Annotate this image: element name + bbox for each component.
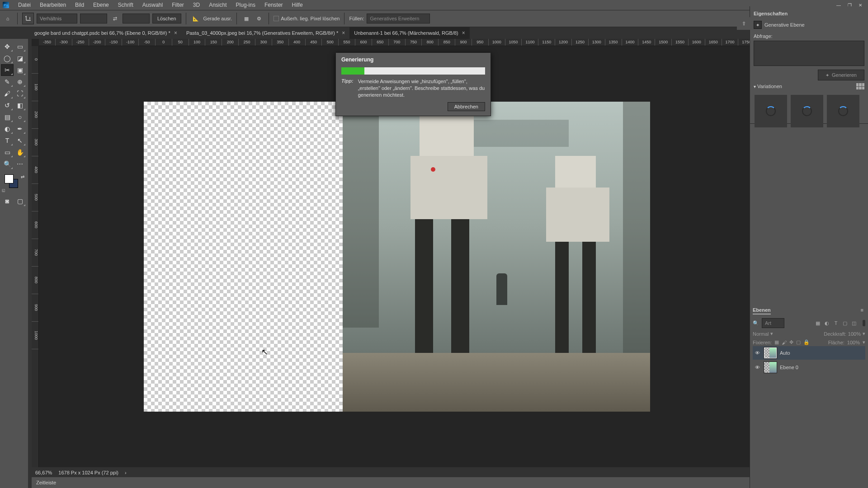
visibility-icon[interactable]: 👁	[754, 365, 761, 370]
fill-value[interactable]: 100%	[847, 340, 860, 345]
ratio-w-field[interactable]	[80, 14, 107, 23]
layer-row[interactable]: 👁 Auto	[753, 346, 865, 360]
foreground-color[interactable]	[5, 174, 14, 183]
filter-type-dropdown[interactable]: Art	[762, 318, 784, 328]
filter-smart-icon[interactable]: ◫	[850, 319, 858, 327]
opacity-value[interactable]: 100%	[848, 331, 861, 337]
menu-bearbeiten[interactable]: Bearbeiten	[35, 2, 71, 8]
menu-fenster[interactable]: Fenster	[260, 2, 288, 8]
pen-tool[interactable]: ✒	[14, 123, 26, 135]
ratio-dropdown[interactable]: Verhältnis	[37, 14, 77, 23]
timeline-panel-tab[interactable]: Zeitleiste	[32, 477, 755, 488]
zoom-tool[interactable]: 🔍	[1, 158, 14, 170]
lock-artboard-icon[interactable]: ▢	[796, 339, 801, 345]
canvas[interactable]: ↖	[144, 102, 650, 412]
history-brush-tool[interactable]: ↺	[1, 99, 14, 111]
home-icon[interactable]: ⌂	[3, 14, 13, 23]
active-tool-crop-icon[interactable]	[22, 13, 34, 24]
layer-thumb[interactable]	[764, 347, 777, 359]
close-icon[interactable]: ×	[342, 30, 345, 36]
layer-name[interactable]: Ebene 0	[780, 365, 798, 370]
dodge-tool[interactable]: ◐	[1, 123, 14, 135]
close-icon[interactable]: ×	[174, 30, 177, 36]
generate-button[interactable]: Generieren	[818, 70, 864, 80]
layer-thumb[interactable]	[764, 361, 777, 373]
menu-ansicht[interactable]: Ansicht	[204, 2, 231, 8]
doc-tab-3[interactable]: Unbenannt-1 bei 66,7% (Märchenwald, RGB/…	[349, 27, 470, 39]
prompt-label: Abfrage:	[754, 33, 864, 39]
menu-filter[interactable]: Filter	[167, 2, 189, 8]
properties-title: Eigenschaften	[754, 9, 864, 18]
filter-pixel-icon[interactable]: ▦	[814, 319, 822, 327]
color-swatch[interactable]: ⇄ ◱	[1, 174, 27, 192]
eraser-tool[interactable]: ◧	[14, 99, 26, 111]
overlay-grid-icon[interactable]: ▦	[241, 14, 251, 23]
layer-row[interactable]: 👁 Ebene 0	[753, 361, 865, 374]
filter-shape-icon[interactable]: ▢	[841, 319, 849, 327]
lock-transparency-icon[interactable]: ▦	[774, 339, 779, 345]
cancel-button[interactable]: Abbrechen	[448, 102, 485, 111]
gradient-tool[interactable]: ▤	[1, 111, 14, 123]
menu-bild[interactable]: Bild	[71, 2, 89, 8]
layer-name[interactable]: Auto	[780, 350, 790, 356]
filter-type-icon[interactable]: T	[832, 319, 840, 327]
menu-plugins[interactable]: Plug-ins	[231, 2, 260, 8]
variation-slot[interactable]	[791, 95, 823, 127]
menu-schrift[interactable]: Schrift	[113, 2, 138, 8]
quickmask-tool[interactable]: ◙	[1, 195, 14, 207]
delete-cropped-checkbox[interactable]: Außerh. lieg. Pixel löschen	[274, 16, 340, 21]
crop-settings-icon[interactable]: ⚙	[254, 14, 264, 23]
filter-adjust-icon[interactable]: ◐	[823, 319, 831, 327]
lock-position-icon[interactable]: ✥	[789, 339, 793, 345]
layers-tab[interactable]: Ebenen	[753, 307, 771, 314]
share-icon[interactable]: ⇧	[737, 17, 750, 30]
menu-ebene[interactable]: Ebene	[89, 2, 113, 8]
spot-heal-tool[interactable]: ⊕	[14, 76, 26, 88]
doc-tab-2[interactable]: Pasta_03_4000px.jpeg bei 16,7% (Generati…	[182, 27, 349, 39]
blur-tool[interactable]: ○	[14, 111, 26, 123]
panel-menu-icon[interactable]: ≡	[861, 307, 863, 313]
rectangle-tool[interactable]: ▭	[1, 146, 14, 158]
swap-colors-icon[interactable]: ⇄	[21, 174, 24, 179]
path-select-tool[interactable]: ↖	[14, 135, 26, 146]
edit-toolbar[interactable]: ⋯	[14, 158, 26, 170]
close-icon[interactable]: ×	[462, 30, 465, 36]
ratio-h-field[interactable]	[123, 14, 150, 23]
type-tool[interactable]: T	[1, 135, 14, 146]
blend-mode-dropdown[interactable]: Normal	[753, 331, 769, 337]
zoom-level[interactable]: 66,67%	[35, 470, 52, 475]
filter-toggle[interactable]	[863, 320, 865, 326]
swap-dims-icon[interactable]: ⇄	[110, 14, 120, 23]
lock-paint-icon[interactable]: 🖌	[782, 340, 787, 345]
menu-3d[interactable]: 3D	[189, 2, 204, 8]
crop-tool[interactable]: ✂	[1, 64, 14, 76]
doc-tab-1[interactable]: google bard und chatgpt.psdc bei 66,7% (…	[30, 27, 182, 39]
clone-tool[interactable]: ⛶	[14, 88, 26, 99]
eyedropper-tool[interactable]: ✎	[1, 76, 14, 88]
lock-all-icon[interactable]: 🔒	[803, 339, 810, 345]
tip-text: Vermeide Anweisungen wie „hinzufügen", „…	[358, 78, 485, 99]
grid-view-icon[interactable]	[856, 83, 864, 89]
default-colors-icon[interactable]: ◱	[2, 188, 5, 192]
straighten-icon[interactable]: 📐	[191, 14, 201, 23]
prompt-textarea[interactable]	[754, 41, 864, 66]
screenmode-tool[interactable]: ▢	[14, 195, 26, 207]
lasso-tool[interactable]: ◯	[1, 52, 14, 64]
menu-datei[interactable]: Datei	[14, 2, 35, 8]
variation-slot[interactable]	[827, 95, 859, 127]
menu-hilfe[interactable]: Hilfe	[288, 2, 307, 8]
fill-dropdown[interactable]: Generatives Erweitern	[367, 14, 430, 23]
hand-tool[interactable]: ✋	[14, 146, 26, 158]
doc-tab-label: Unbenannt-1 bei 66,7% (Märchenwald, RGB/…	[354, 30, 458, 36]
clear-button[interactable]: Löschen	[152, 14, 181, 23]
artboard-tool[interactable]: ▭	[14, 41, 26, 52]
object-select-tool[interactable]: ◪	[14, 52, 26, 64]
brush-tool[interactable]: 🖌	[1, 88, 14, 99]
search-icon[interactable]: 🔍	[753, 320, 759, 326]
visibility-icon[interactable]: 👁	[754, 350, 761, 356]
move-tool[interactable]: ✥	[1, 41, 14, 52]
chevron-right-icon[interactable]: ›	[125, 470, 127, 475]
frame-tool[interactable]: ▣	[14, 64, 26, 76]
menu-auswahl[interactable]: Auswahl	[138, 2, 167, 8]
variation-slot[interactable]	[755, 95, 787, 127]
